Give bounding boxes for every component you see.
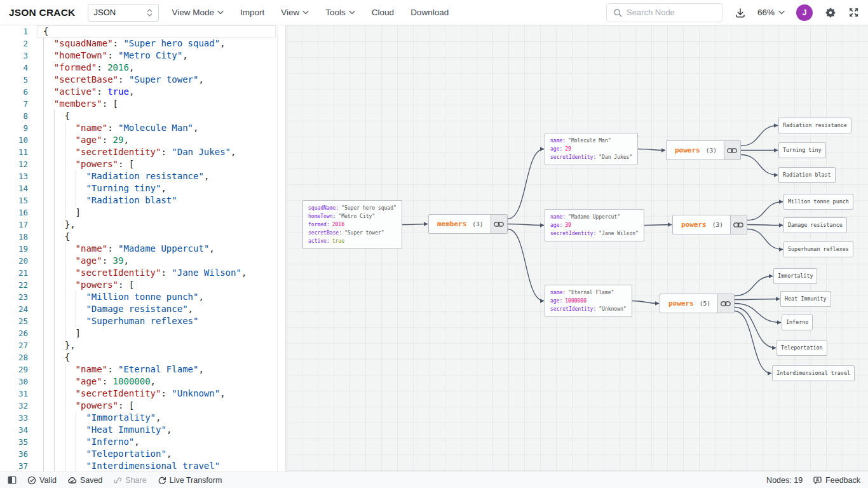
indent-guide — [54, 388, 55, 400]
code-line[interactable]: 21 "secretIdentity": "Jane Wilson", — [0, 267, 285, 279]
code-line[interactable]: 19 "name": "Madame Uppercut", — [0, 243, 285, 255]
code-line[interactable]: 14 "Turning tiny", — [0, 182, 285, 194]
indent-guide — [54, 110, 55, 122]
graph-canvas[interactable]: squadName:"Super hero squad"homeTown:"Me… — [286, 25, 868, 471]
code-line[interactable]: 11 "secretIdentity": "Dan Jukes", — [0, 146, 285, 158]
graph-node-m3[interactable]: name:"Eternal Flame"age:1000000secretIde… — [545, 285, 632, 317]
code-line[interactable]: 12 "powers": [ — [0, 158, 285, 170]
code-line[interactable]: 3 "homeTown": "Metro City", — [0, 50, 285, 62]
menu-view[interactable]: View — [281, 8, 309, 17]
indent-guide — [65, 146, 65, 158]
code-line[interactable]: 30 "age": 1000000, — [0, 376, 285, 388]
indent-guide — [65, 207, 65, 219]
code-line[interactable]: 33 "Immortality", — [0, 412, 285, 424]
menu-view-mode[interactable]: View Mode — [172, 8, 224, 17]
code-line[interactable]: 34 "Heat Immunity", — [0, 424, 285, 436]
graph-node-members[interactable]: members(3) — [428, 214, 508, 234]
code-line[interactable]: 20 "age": 39, — [0, 255, 285, 267]
menu-cloud[interactable]: Cloud — [372, 8, 394, 17]
code-line[interactable]: 8 { — [0, 110, 285, 122]
download-image-button[interactable] — [735, 7, 746, 18]
code-line[interactable]: 35 "Inferno", — [0, 436, 285, 448]
indent-guide — [76, 291, 76, 303]
link-icon — [721, 301, 731, 307]
share-button[interactable]: Share — [113, 476, 146, 485]
graph-node-l11[interactable]: Interdimensional travel — [772, 365, 855, 381]
search-node-box — [606, 3, 723, 22]
feedback-button[interactable]: Feedback — [813, 476, 860, 485]
format-select[interactable]: JSON — [88, 4, 159, 22]
line-number: 11 — [0, 146, 28, 158]
code-line[interactable]: 25 "Superhuman reflexes" — [0, 315, 285, 327]
graph-edge — [644, 225, 672, 226]
graph-node-l1[interactable]: Radiation resistance — [778, 118, 851, 133]
graph-node-root[interactable]: squadName:"Super hero squad"homeTown:"Me… — [302, 200, 402, 249]
code-line[interactable]: 2 "squadName": "Super hero squad", — [0, 37, 285, 50]
json-editor[interactable]: 1{2 "squadName": "Super hero squad",3 "h… — [0, 25, 286, 471]
code-line[interactable]: 22 "powers": [ — [0, 279, 285, 291]
node-row: age:29 — [550, 145, 632, 153]
graph-node-l10[interactable]: Teleportation — [776, 340, 827, 356]
live-transform-toggle[interactable]: Live Transform — [158, 476, 222, 485]
graph-node-m2[interactable]: name:"Madame Uppercut"age:39secretIdenti… — [545, 209, 644, 241]
code-line[interactable]: 5 "secretBase": "Super tower", — [0, 74, 285, 86]
code-line[interactable]: 7 "members": [ — [0, 98, 285, 110]
code-line[interactable]: 28 { — [0, 351, 285, 363]
graph-node-p2[interactable]: powers(3) — [672, 215, 747, 234]
expand-collapse-button[interactable] — [730, 215, 747, 234]
code-line[interactable]: 24 "Damage resistance", — [0, 303, 285, 315]
code-line[interactable]: 32 "powers": [ — [0, 400, 285, 412]
code-line[interactable]: 15 "Radiation blast" — [0, 194, 285, 207]
indent-guide — [76, 182, 76, 194]
code-line[interactable]: 18 { — [0, 231, 285, 243]
code-line[interactable]: 16 ] — [0, 207, 285, 219]
app-logo[interactable]: JSON CRACK — [9, 7, 75, 18]
expand-collapse-button[interactable] — [491, 215, 507, 233]
graph-node-p1[interactable]: powers(3) — [666, 140, 741, 160]
code-line[interactable]: 4 "formed": 2016, — [0, 62, 285, 74]
indent-guide — [54, 255, 55, 267]
code-line[interactable]: 29 "name": "Eternal Flame", — [0, 363, 285, 376]
avatar[interactable]: J — [796, 4, 813, 21]
code-text: "Teleportation", — [28, 449, 172, 459]
graph-node-l7[interactable]: Immortality — [773, 268, 817, 284]
graph-node-p3[interactable]: powers(5) — [660, 294, 735, 313]
nodes-count: Nodes: 19 — [766, 476, 803, 485]
graph-node-l6[interactable]: Superhuman reflexes — [783, 241, 853, 257]
code-line[interactable]: 31 "secretIdentity": "Unknown", — [0, 388, 285, 400]
expand-collapse-button[interactable] — [717, 294, 734, 313]
graph-node-l3[interactable]: Radiation blast — [778, 167, 836, 183]
code-line[interactable]: 1{ — [0, 25, 285, 37]
code-line[interactable]: 27 }, — [0, 339, 285, 351]
graph-node-m1[interactable]: name:"Molecule Man"age:29secretIdentity:… — [545, 133, 638, 165]
expand-collapse-button[interactable] — [724, 141, 740, 159]
search-input[interactable] — [627, 8, 716, 17]
graph-node-l8[interactable]: Heat Immunity — [780, 291, 831, 307]
zoom-control[interactable]: 66% — [757, 8, 785, 17]
menu-import[interactable]: Import — [240, 8, 264, 17]
menu-tools[interactable]: Tools — [325, 8, 355, 17]
graph-node-l2[interactable]: Turning tiny — [778, 142, 826, 158]
indent-guide — [65, 182, 65, 194]
code-line[interactable]: 36 "Teleportation", — [0, 448, 285, 460]
code-line[interactable]: 9 "name": "Molecule Man", — [0, 122, 285, 134]
indent-guide — [43, 62, 44, 74]
code-line[interactable]: 26 ] — [0, 327, 285, 339]
code-line[interactable]: 13 "Radiation resistance", — [0, 170, 285, 182]
fullscreen-button[interactable] — [848, 7, 859, 18]
code-line[interactable]: 23 "Million tonne punch", — [0, 291, 285, 303]
code-line[interactable]: 6 "active": true, — [0, 86, 285, 98]
valid-status: Valid — [27, 476, 57, 485]
toggle-editor-panel-button[interactable] — [8, 476, 17, 484]
graph-node-l4[interactable]: Million tonne punch — [783, 194, 853, 210]
code-line[interactable]: 37 "Interdimensional travel" — [0, 460, 285, 471]
graph-node-l5[interactable]: Damage resistance — [783, 217, 847, 233]
graph-node-l9[interactable]: Inferno — [782, 315, 813, 330]
graph-edge — [735, 304, 781, 323]
settings-gear-button[interactable] — [824, 6, 837, 19]
code-text: "name": "Madame Uppercut", — [28, 243, 215, 254]
code-line[interactable]: 17 }, — [0, 219, 285, 231]
editor-scrollbar[interactable] — [277, 25, 278, 471]
code-line[interactable]: 10 "age": 29, — [0, 134, 285, 146]
menu-download[interactable]: Download — [410, 8, 449, 17]
